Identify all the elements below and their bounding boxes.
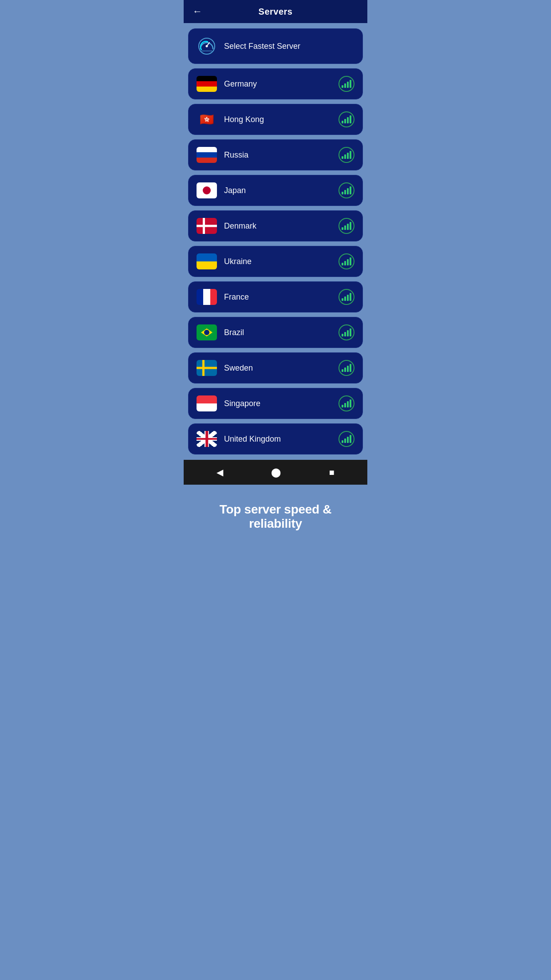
signal-japan bbox=[338, 182, 354, 198]
flag-uk bbox=[197, 431, 217, 447]
signal-hongkong bbox=[338, 111, 354, 127]
app-window: ← Servers ●●●●●●●● Select Fastest Serv bbox=[184, 0, 367, 485]
server-item-brazil[interactable]: Brazil bbox=[188, 317, 363, 348]
phone-container: ← Servers ●●●●●●●● Select Fastest Serv bbox=[184, 0, 367, 544]
server-item-ukraine[interactable]: Ukraine bbox=[188, 246, 363, 277]
flag-japan bbox=[197, 182, 217, 198]
flag-russia bbox=[197, 147, 217, 163]
server-name-germany: Germany bbox=[224, 79, 257, 89]
server-item-denmark[interactable]: Denmark bbox=[188, 210, 363, 241]
nav-recents-button[interactable]: ■ bbox=[324, 466, 340, 479]
signal-brazil bbox=[338, 324, 354, 340]
server-item-france[interactable]: France bbox=[188, 281, 363, 312]
signal-denmark bbox=[338, 218, 354, 234]
server-item-uk[interactable]: United Kingdom bbox=[188, 423, 363, 454]
server-item-sweden[interactable]: Sweden bbox=[188, 352, 363, 383]
nav-back-button[interactable]: ◀ bbox=[211, 465, 228, 479]
server-name-singapore: Singapore bbox=[224, 399, 260, 408]
server-item-japan[interactable]: Japan bbox=[188, 175, 363, 206]
flag-hongkong: 🇭🇰 bbox=[197, 111, 217, 127]
flag-denmark bbox=[197, 218, 217, 234]
signal-germany bbox=[338, 76, 354, 92]
signal-france bbox=[338, 289, 354, 305]
server-name-uk: United Kingdom bbox=[224, 435, 281, 444]
fastest-server-label: Select Fastest Server bbox=[224, 42, 300, 51]
bottom-tagline: Top server speed & reliability bbox=[184, 485, 367, 544]
flag-france bbox=[197, 289, 217, 305]
server-name-japan: Japan bbox=[224, 186, 246, 195]
signal-singapore bbox=[338, 395, 354, 411]
server-name-sweden: Sweden bbox=[224, 364, 253, 373]
nav-home-button[interactable]: ⬤ bbox=[266, 465, 286, 479]
page-title: Servers bbox=[259, 7, 293, 17]
server-item-singapore[interactable]: Singapore bbox=[188, 388, 363, 419]
signal-bars bbox=[342, 80, 351, 88]
signal-russia bbox=[338, 147, 354, 163]
flag-germany bbox=[197, 76, 217, 92]
server-item-russia[interactable]: Russia bbox=[188, 139, 363, 170]
server-name-hongkong: Hong Kong bbox=[224, 115, 264, 124]
flag-singapore bbox=[197, 395, 217, 411]
svg-text:●●●●●●●●: ●●●●●●●● bbox=[201, 49, 212, 52]
bottom-nav: ◀ ⬤ ■ bbox=[184, 460, 367, 485]
flag-sweden bbox=[197, 360, 217, 376]
server-item-hongkong[interactable]: 🇭🇰 Hong Kong bbox=[188, 104, 363, 135]
fastest-server-item[interactable]: ●●●●●●●● Select Fastest Server bbox=[188, 28, 363, 64]
signal-ukraine bbox=[338, 253, 354, 269]
flag-ukraine bbox=[197, 253, 217, 269]
app-header: ← Servers bbox=[184, 0, 367, 23]
speedometer-icon: ●●●●●●●● bbox=[197, 36, 217, 56]
back-button[interactable]: ← bbox=[193, 6, 202, 17]
signal-sweden bbox=[338, 360, 354, 376]
flag-brazil bbox=[197, 324, 217, 340]
server-item-germany[interactable]: Germany bbox=[188, 68, 363, 99]
server-name-france: France bbox=[224, 292, 249, 302]
server-name-denmark: Denmark bbox=[224, 221, 256, 231]
server-list: ●●●●●●●● Select Fastest Server Germany bbox=[184, 23, 367, 460]
svg-point-2 bbox=[206, 45, 208, 47]
signal-uk bbox=[338, 431, 354, 447]
server-name-brazil: Brazil bbox=[224, 328, 244, 337]
server-name-russia: Russia bbox=[224, 150, 248, 160]
server-name-ukraine: Ukraine bbox=[224, 257, 252, 266]
